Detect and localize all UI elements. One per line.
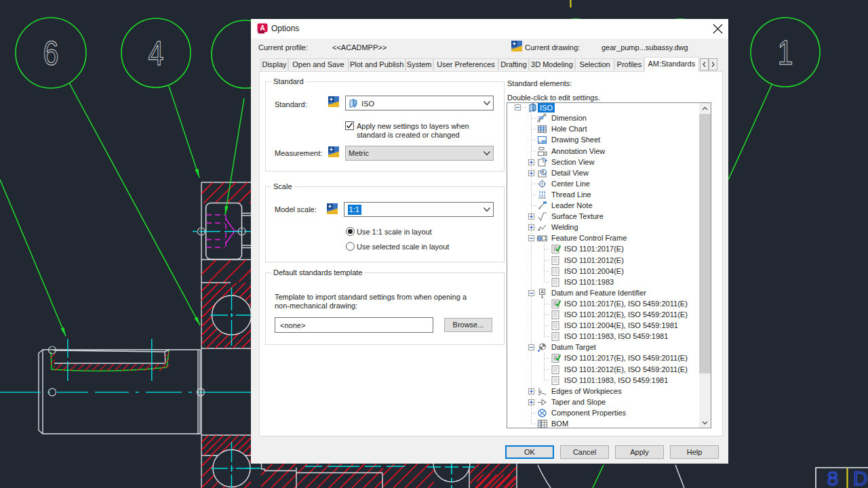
svg-text:A: A xyxy=(260,24,264,32)
svg-text:1: 1 xyxy=(778,34,793,72)
svg-text:DR: DR xyxy=(853,467,868,488)
svg-text:A: A xyxy=(540,289,544,294)
svg-text:4: 4 xyxy=(149,35,164,73)
svg-text:d2: d2 xyxy=(538,115,544,120)
svg-text:.1: .1 xyxy=(543,237,547,241)
svg-text:8: 8 xyxy=(827,467,839,488)
svg-text:6: 6 xyxy=(43,35,59,73)
